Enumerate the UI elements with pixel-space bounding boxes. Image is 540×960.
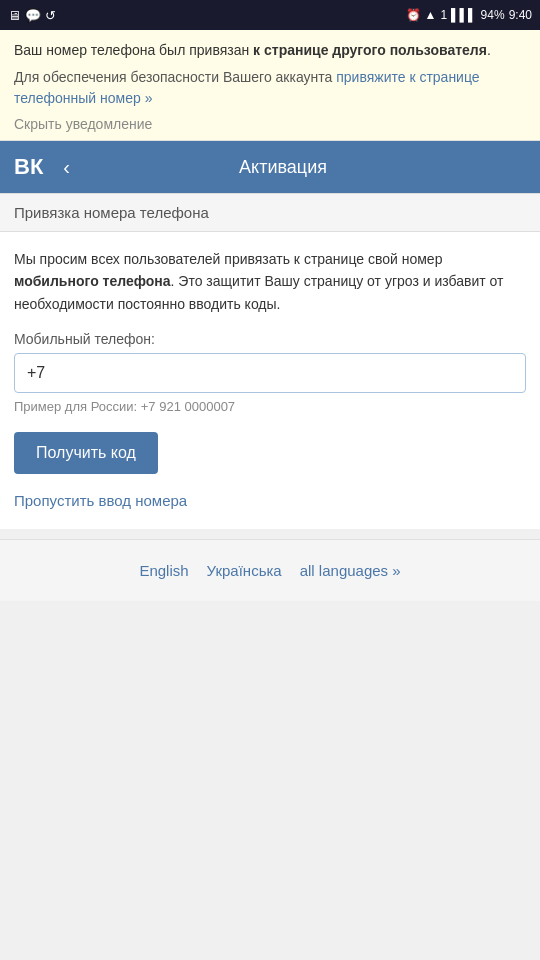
signal-icon: ▌▌▌ <box>451 8 477 22</box>
status-bar: 🖥 💬 ↺ ⏰ ▲ 1 ▌▌▌ 94% 9:40 <box>0 0 540 30</box>
lang-english[interactable]: English <box>139 562 188 579</box>
notification-icon: 🖥 <box>8 8 21 23</box>
nav-bar: ВК ‹ Активация <box>0 141 540 193</box>
hide-notification-link[interactable]: Скрыть уведомление <box>14 116 152 132</box>
notification-sub-text: Для обеспечения безопасности Вашего акка… <box>14 67 526 109</box>
wifi-icon: ▲ <box>425 8 437 22</box>
main-content: Привязка номера телефона Мы просим всех … <box>0 193 540 529</box>
vk-logo: ВК <box>14 154 43 180</box>
lang-all[interactable]: all languages » <box>300 562 401 579</box>
status-right-icons: ⏰ ▲ 1 ▌▌▌ 94% 9:40 <box>406 8 532 22</box>
example-text: Пример для России: +7 921 0000007 <box>14 399 526 414</box>
time-text: 9:40 <box>509 8 532 22</box>
lang-ukrainian[interactable]: Українська <box>207 562 282 579</box>
form-description: Мы просим всех пользователей привязать к… <box>14 248 526 315</box>
alarm-icon: ⏰ <box>406 8 421 22</box>
page-title: Активация <box>90 157 526 178</box>
notification-banner: Ваш номер телефона был привязан к страни… <box>0 30 540 141</box>
form-section: Мы просим всех пользователей привязать к… <box>0 232 540 529</box>
status-left-icons: 🖥 💬 ↺ <box>8 8 56 23</box>
get-code-button[interactable]: Получить код <box>14 432 158 474</box>
sync-icon: ↺ <box>45 8 56 23</box>
sim-icon: 1 <box>440 8 447 22</box>
notification-main-text: Ваш номер телефона был привязан к страни… <box>14 40 526 61</box>
skip-link[interactable]: Пропустить ввод номера <box>14 492 526 509</box>
message-icon: 💬 <box>25 8 41 23</box>
field-label: Мобильный телефон: <box>14 331 526 347</box>
phone-input[interactable] <box>14 353 526 393</box>
back-button[interactable]: ‹ <box>57 152 76 183</box>
battery-text: 94% <box>481 8 505 22</box>
section-header: Привязка номера телефона <box>0 193 540 232</box>
language-footer: English Українська all languages » <box>0 540 540 601</box>
